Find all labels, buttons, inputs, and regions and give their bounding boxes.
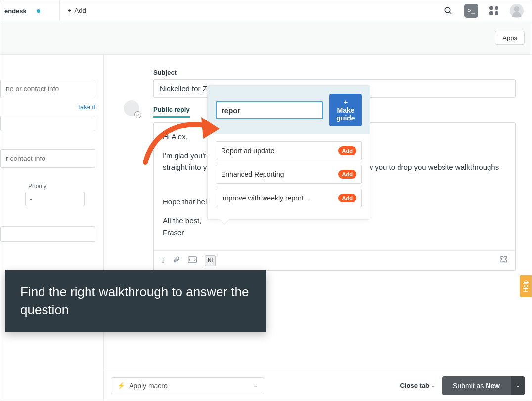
cc-input[interactable] [0,149,95,168]
integrations-icon[interactable] [499,255,508,266]
guide-result-title: Enhanced Reporting [221,170,284,178]
guide-result-title: Improve with weekly report… [221,194,310,202]
add-guide-button[interactable]: Add [338,194,356,202]
chevron-down-icon: ⌄ [253,382,258,389]
macro-label: Apply macro [129,382,168,390]
assignee-box[interactable] [0,116,95,131]
instruction-callout: Find the right walkthrough to answer the… [5,270,266,332]
sub-toolbar: Apps [0,21,532,55]
submit-status: New [486,382,500,390]
add-label: Add [75,7,86,14]
guide-header: + Make guide [208,86,370,134]
avatar-badge-icon: ☺ [134,111,141,118]
top-bar: endesk + Add >_ [0,0,532,21]
svg-point-0 [445,7,450,13]
search-button[interactable] [442,4,455,18]
guide-result-row[interactable]: Enhanced Reporting Add [216,165,362,184]
embed-icon[interactable] [188,256,197,265]
plus-icon: + [68,7,72,14]
subject-label: Subject [153,69,516,76]
guide-results: Report ad update Add Enhanced Reporting … [208,134,370,219]
svg-line-1 [449,12,451,14]
submit-button-group: Submit as New ⌄ [442,376,525,395]
avatar-icon [510,4,524,18]
chevron-down-icon: ⌄ [516,383,520,388]
submit-prefix: Submit as [453,382,486,390]
left-panel: take it Priority - [0,55,104,401]
priority-label: Priority [28,183,95,190]
help-tab[interactable]: Help [520,275,532,297]
close-tab-label: Close tab [400,382,430,389]
unsaved-dot-icon [37,9,40,13]
guide-search-input[interactable] [216,101,323,119]
profile-button[interactable] [510,4,524,18]
add-guide-button[interactable]: Add [338,170,356,179]
tab-title: endesk [4,7,27,15]
apps-button[interactable]: Apps [495,31,525,45]
chevron-down-icon: ⌄ [431,383,435,388]
text-format-icon[interactable]: T [161,256,165,265]
attachment-icon[interactable] [173,256,180,265]
bolt-icon: ⚡ [117,382,125,389]
grid-icon [489,6,498,15]
guide-result-title: Report ad update [221,147,274,155]
requester-input[interactable] [0,80,95,98]
apply-macro-button[interactable]: ⚡ Apply macro ⌄ [111,377,264,394]
tab-current-ticket[interactable]: endesk [0,0,60,21]
callout-text: Find the right walkthrough to answer the… [20,284,249,317]
bottom-bar: ⚡ Apply macro ⌄ Close tab ⌄ Submit as Ne… [104,370,532,401]
guide-popover: + Make guide Report ad update Add Enhanc… [207,85,370,220]
add-guide-button[interactable]: Add [338,146,356,155]
nickelled-icon[interactable]: Ni [205,255,216,266]
take-it-link[interactable]: take it [0,103,95,111]
close-tab-button[interactable]: Close tab ⌄ [400,382,436,389]
guide-result-row[interactable]: Report ad update Add [216,141,362,160]
submit-dropdown-button[interactable]: ⌄ [511,376,525,395]
extra-field[interactable] [0,226,95,242]
priority-select[interactable]: - [25,192,85,206]
public-reply-tab[interactable]: Public reply [153,106,190,118]
apps-grid-button[interactable] [487,4,501,18]
console-button[interactable]: >_ [464,4,478,18]
editor-toolbar: T Ni [154,250,515,270]
guide-result-row[interactable]: Improve with weekly report… Add [216,189,362,207]
search-icon [444,6,453,15]
submit-button[interactable]: Submit as New [442,376,511,395]
tab-add-button[interactable]: + Add [60,0,94,21]
make-guide-button[interactable]: + Make guide [329,94,362,126]
terminal-icon: >_ [464,4,478,18]
topbar-right: >_ [442,0,532,21]
